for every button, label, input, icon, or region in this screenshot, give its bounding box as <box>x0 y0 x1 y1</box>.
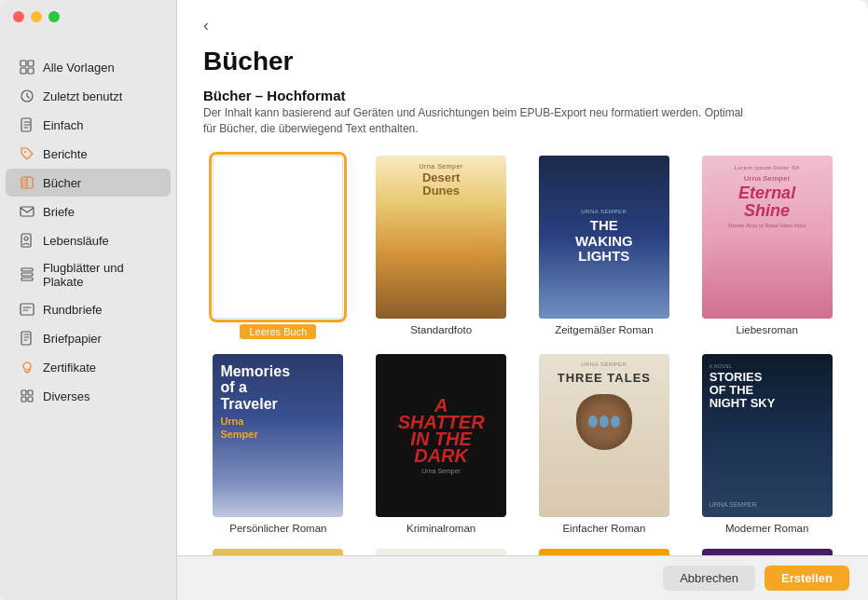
template-label: Persönlicher Roman <box>229 523 326 534</box>
template-item-persoenlicher-roman[interactable]: Memoriesof aTraveler UrnaSemper Persönli… <box>203 354 353 534</box>
svg-rect-15 <box>21 332 31 345</box>
sidebar-item-diverses[interactable]: Diverses <box>6 382 171 410</box>
create-button[interactable]: Erstellen <box>765 566 849 591</box>
svg-rect-2 <box>21 68 26 74</box>
sidebar-item-briefe[interactable]: Briefe <box>6 198 171 225</box>
sidebar-item-briefpapier[interactable]: Briefpapier <box>6 324 171 352</box>
briefpapier-icon <box>19 330 35 347</box>
person-doc-icon <box>19 232 35 249</box>
template-item-standardfoto[interactable]: Urna Semper DesertDunes Standardfoto <box>366 156 517 339</box>
section-description: Der Inhalt kann basierend auf Geräten un… <box>177 105 783 144</box>
svg-rect-18 <box>28 390 33 395</box>
sidebar-item-lebenslaufe[interactable]: Lebensläufe <box>6 226 171 254</box>
header: ‹ <box>177 0 868 34</box>
svg-rect-0 <box>21 61 26 66</box>
certificate-icon <box>19 359 35 375</box>
sidebar-item-label: Zertifikate <box>43 361 96 375</box>
sidebar-item-label: Rundbriefe <box>43 303 103 317</box>
maximize-button[interactable] <box>48 11 60 22</box>
svg-rect-14 <box>21 304 34 315</box>
template-label: Standardfoto <box>410 324 472 335</box>
main-content: ‹ Bücher Bücher – Hochformat Der Inhalt … <box>177 0 868 600</box>
sidebar-item-label: Diverses <box>43 389 90 403</box>
svg-point-6 <box>24 151 26 153</box>
template-label: Moderner Roman <box>725 523 808 534</box>
selected-badge: Leeres Buch <box>240 324 316 339</box>
grid-icon <box>19 59 35 75</box>
svg-rect-1 <box>28 61 34 66</box>
sidebar-item-label: Flugblätter und Plakate <box>43 261 158 289</box>
minimize-button[interactable] <box>31 11 42 22</box>
template-item-moderner-roman[interactable]: A Novel STORIESOF THENIGHT SKY URNA SEMP… <box>692 354 842 534</box>
svg-rect-13 <box>21 278 33 280</box>
sidebar-item-label: Berichte <box>43 147 88 161</box>
window-controls <box>13 11 60 22</box>
tag-icon <box>19 145 35 162</box>
svg-point-10 <box>24 237 28 240</box>
svg-rect-3 <box>28 68 34 74</box>
sidebar: Alle VorlagenZuletzt benutztEinfachBeric… <box>0 0 177 600</box>
svg-rect-19 <box>21 397 26 402</box>
svg-rect-17 <box>21 390 26 395</box>
sidebar-item-flugblatter[interactable]: Flugblätter und Plakate <box>6 255 171 294</box>
sidebar-item-rundbriefe[interactable]: Rundbriefe <box>6 295 171 323</box>
template-item-leeres-buch[interactable]: Leeres Buch <box>203 156 353 339</box>
template-label: Kriminalroman <box>406 523 475 534</box>
template-item-kriminalroman[interactable]: ASHATTERIN THEDARK Urna Semper Kriminalr… <box>366 354 517 534</box>
sidebar-item-label: Einfach <box>43 118 83 132</box>
page-title: Bücher <box>177 34 868 76</box>
sidebar-item-zuletzt-benutzt[interactable]: Zuletzt benutzt <box>6 82 171 110</box>
newsletter-icon <box>19 301 35 318</box>
sidebar-item-label: Briefe <box>43 205 75 219</box>
svg-point-16 <box>23 362 31 370</box>
template-label: Liebesroman <box>736 324 797 335</box>
svg-rect-20 <box>28 397 33 402</box>
sidebar-item-buecher[interactable]: Bücher <box>6 169 171 197</box>
sidebar-item-label: Alle Vorlagen <box>43 61 115 75</box>
sidebar-item-einfach[interactable]: Einfach <box>6 111 171 139</box>
book-icon <box>19 174 35 191</box>
sidebar-item-berichte[interactable]: Berichte <box>6 140 171 168</box>
template-grid: Leeres Buch Urna Semper DesertDunes Stan… <box>194 152 851 600</box>
sidebar-item-label: Bücher <box>43 176 81 190</box>
close-button[interactable] <box>13 11 24 22</box>
section-title: Bücher – Hochformat <box>177 76 868 105</box>
sidebar-item-label: Lebensläufe <box>43 234 109 248</box>
sidebar-item-zertifikate[interactable]: Zertifikate <box>6 353 171 381</box>
svg-rect-12 <box>21 273 33 276</box>
template-label: Einfacher Roman <box>562 523 645 534</box>
back-button[interactable]: ‹ <box>203 17 209 34</box>
clock-icon <box>19 88 35 104</box>
template-grid-container: Leeres Buch Urna Semper DesertDunes Stan… <box>177 144 868 600</box>
sidebar-item-label: Briefpapier <box>43 332 102 346</box>
svg-rect-8 <box>21 207 34 216</box>
template-label: Zeitgemäßer Roman <box>555 324 653 335</box>
svg-rect-11 <box>21 268 33 271</box>
layers-icon <box>19 266 35 283</box>
template-item-zeitgemaesser-roman[interactable]: Urna Semper THEWAKINGLIGHTS Zeitgemäßer … <box>530 156 680 339</box>
main-window: Alle VorlagenZuletzt benutztEinfachBeric… <box>0 0 868 600</box>
footer: Abbrechen Erstellen <box>177 555 868 600</box>
sidebar-item-label: Zuletzt benutzt <box>43 89 122 103</box>
template-item-liebesroman[interactable]: Lorem ipsum Dolor Sit Urna Semper Eterna… <box>692 156 842 339</box>
envelope-icon <box>19 203 35 220</box>
sidebar-item-alle-vorlagen[interactable]: Alle Vorlagen <box>6 53 171 81</box>
grid-misc-icon <box>19 388 35 404</box>
doc-icon <box>19 116 35 133</box>
cancel-button[interactable]: Abbrechen <box>663 566 755 591</box>
template-item-einfacher-roman[interactable]: Urna Semper THREE TALES Einfacher Roman <box>530 354 680 534</box>
